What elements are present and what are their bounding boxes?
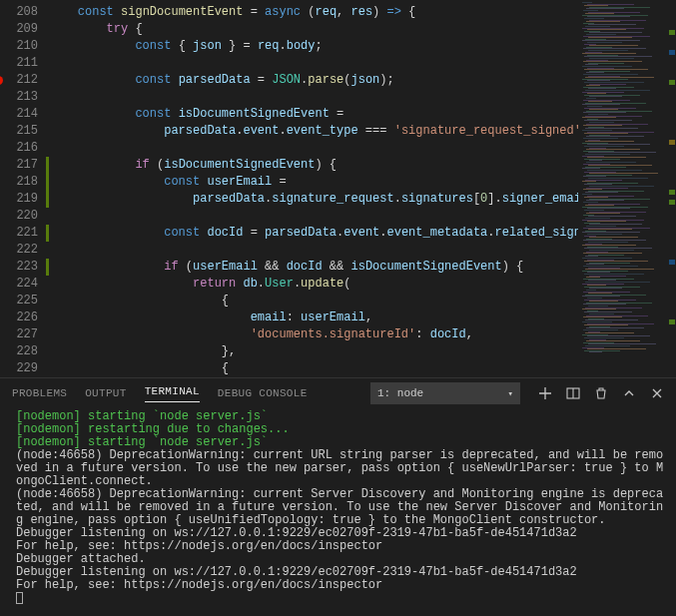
new-terminal-icon[interactable] bbox=[538, 386, 552, 400]
bottom-panel: PROBLEMS OUTPUT TERMINAL DEBUG CONSOLE 1… bbox=[0, 377, 676, 616]
line-number[interactable]: 210 bbox=[0, 38, 46, 55]
line-number[interactable]: 219 bbox=[0, 191, 46, 208]
line-number[interactable]: 222 bbox=[0, 242, 46, 259]
code-line[interactable]: try { bbox=[49, 21, 578, 38]
code-line[interactable]: { bbox=[49, 360, 578, 377]
panel-actions bbox=[538, 386, 664, 400]
terminal-task-label: 1: node bbox=[377, 387, 423, 399]
terminal-line: (node:46658) DeprecationWarning: current… bbox=[16, 488, 664, 527]
line-number[interactable]: 215 bbox=[0, 123, 46, 140]
code-line[interactable] bbox=[49, 89, 578, 106]
code-line[interactable]: if (userEmail && docId && isDocumentSign… bbox=[49, 259, 578, 276]
split-terminal-icon[interactable] bbox=[566, 386, 580, 400]
line-number[interactable]: 212 bbox=[0, 72, 46, 89]
terminal-output[interactable]: [nodemon] starting `node server.js`[node… bbox=[0, 408, 676, 616]
line-number[interactable]: 208 bbox=[0, 4, 46, 21]
code-line[interactable]: const { json } = req.body; bbox=[49, 38, 578, 55]
code-line[interactable]: const parsedData = JSON.parse(json); bbox=[49, 72, 578, 89]
code-line[interactable] bbox=[49, 208, 578, 225]
maximize-panel-icon[interactable] bbox=[622, 386, 636, 400]
code-line[interactable]: if (isDocumentSignedEvent) { bbox=[49, 157, 578, 174]
code-line[interactable]: return db.User.update( bbox=[49, 276, 578, 293]
minimap[interactable] bbox=[578, 0, 664, 377]
line-number[interactable]: 216 bbox=[0, 140, 46, 157]
code-line[interactable] bbox=[49, 55, 578, 72]
code-line[interactable] bbox=[49, 242, 578, 259]
tab-terminal[interactable]: TERMINAL bbox=[145, 385, 200, 402]
line-number[interactable]: 224 bbox=[0, 276, 46, 293]
chevron-down-icon: ▾ bbox=[508, 388, 513, 399]
terminal-cursor bbox=[16, 592, 23, 604]
line-number[interactable]: 229 bbox=[0, 360, 46, 377]
line-number[interactable]: 209 bbox=[0, 21, 46, 38]
code-view[interactable]: const signDocumentEvent = async (req, re… bbox=[49, 0, 578, 377]
line-number[interactable]: 227 bbox=[0, 326, 46, 343]
code-line[interactable]: const signDocumentEvent = async (req, re… bbox=[49, 4, 578, 21]
close-panel-icon[interactable] bbox=[650, 386, 664, 400]
line-number[interactable]: 211 bbox=[0, 55, 46, 72]
code-line[interactable]: 'documents.signatureId': docId, bbox=[49, 326, 578, 343]
code-line[interactable]: const docId = parsedData.event.event_met… bbox=[49, 225, 578, 242]
overview-ruler[interactable] bbox=[664, 0, 676, 377]
line-number[interactable]: 218 bbox=[0, 174, 46, 191]
panel-tabbar: PROBLEMS OUTPUT TERMINAL DEBUG CONSOLE 1… bbox=[0, 378, 676, 408]
code-line[interactable]: const userEmail = bbox=[49, 174, 578, 191]
tab-debug-console[interactable]: DEBUG CONSOLE bbox=[218, 387, 308, 399]
code-line[interactable]: parsedData.event.event_type === 'signatu… bbox=[49, 123, 578, 140]
code-line[interactable]: email: userEmail, bbox=[49, 309, 578, 326]
line-number[interactable]: 226 bbox=[0, 309, 46, 326]
code-line[interactable]: { bbox=[49, 293, 578, 309]
code-line[interactable]: const isDocumentSignedEvent = bbox=[49, 106, 578, 123]
line-number[interactable]: 225 bbox=[0, 293, 46, 309]
line-gutter[interactable]: 2082092102112122132142152162172182192202… bbox=[0, 0, 46, 377]
line-number[interactable]: 213 bbox=[0, 89, 46, 106]
code-line[interactable] bbox=[49, 140, 578, 157]
line-number[interactable]: 221 bbox=[0, 225, 46, 242]
breakpoint-icon[interactable] bbox=[0, 76, 3, 85]
code-line[interactable]: parsedData.signature_request.signatures[… bbox=[49, 191, 578, 208]
kill-terminal-icon[interactable] bbox=[594, 386, 608, 400]
editor-area[interactable]: 2082092102112122132142152162172182192202… bbox=[0, 0, 676, 377]
terminal-line: (node:46658) DeprecationWarning: current… bbox=[16, 449, 664, 488]
line-number[interactable]: 223 bbox=[0, 259, 46, 276]
line-number[interactable]: 220 bbox=[0, 208, 46, 225]
code-line[interactable]: }, bbox=[49, 343, 578, 360]
terminal-line: For help, see: https://nodejs.org/en/doc… bbox=[16, 579, 664, 592]
line-number[interactable]: 217 bbox=[0, 157, 46, 174]
tab-output[interactable]: OUTPUT bbox=[85, 387, 126, 399]
terminal-task-select[interactable]: 1: node ▾ bbox=[370, 382, 520, 404]
tab-problems[interactable]: PROBLEMS bbox=[12, 387, 67, 399]
line-number[interactable]: 214 bbox=[0, 106, 46, 123]
line-number[interactable]: 228 bbox=[0, 343, 46, 360]
